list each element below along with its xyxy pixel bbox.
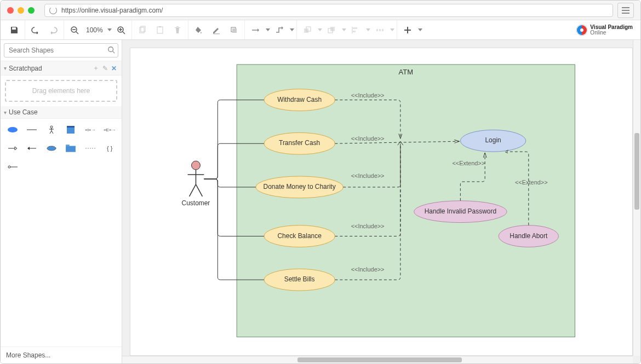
redo-button[interactable] bbox=[45, 22, 61, 38]
minimize-window-button[interactable] bbox=[18, 7, 24, 14]
usecase-invalid-password[interactable]: Handle Invalid Password bbox=[414, 201, 507, 223]
usecase-transfer[interactable]: Transfer Cash bbox=[264, 132, 335, 154]
waypoint-dropdown-icon[interactable] bbox=[290, 28, 294, 31]
shadow-button[interactable] bbox=[226, 22, 242, 38]
vp-logo[interactable]: Visual Paradigm Online bbox=[576, 24, 637, 36]
canvas[interactable]: ATM Customer Withdraw Cash bbox=[130, 48, 633, 356]
add-button[interactable] bbox=[399, 22, 416, 38]
svg-text:Withdraw Cash: Withdraw Cash bbox=[277, 96, 322, 103]
canvas-area: ATM Customer Withdraw Cash bbox=[122, 40, 640, 363]
shape-generalization[interactable] bbox=[25, 142, 40, 155]
vertical-scrollbar[interactable] bbox=[633, 40, 640, 356]
svg-rect-39 bbox=[67, 126, 75, 128]
more-shapes-button[interactable]: More Shapes... bbox=[1, 346, 122, 363]
svg-rect-11 bbox=[213, 33, 220, 34]
vp-logo-icon bbox=[576, 24, 588, 36]
shape-actor[interactable] bbox=[44, 123, 59, 136]
line-color-button[interactable] bbox=[208, 22, 225, 38]
shape-dependency[interactable] bbox=[5, 142, 20, 155]
usecase-abort[interactable]: Handle Abort bbox=[499, 226, 559, 247]
svg-rect-24 bbox=[382, 29, 384, 31]
shape-constraint[interactable]: { } bbox=[102, 142, 118, 155]
chevron-down-icon: ▾ bbox=[4, 109, 7, 115]
usecase-donate[interactable]: Donate Money to Charity bbox=[256, 176, 343, 198]
svg-rect-23 bbox=[379, 29, 381, 31]
extend-label-2: <<Extend>> bbox=[515, 179, 548, 186]
distribute-dropdown-icon[interactable] bbox=[390, 28, 394, 31]
shape-package[interactable] bbox=[64, 142, 79, 155]
usecase-login[interactable]: Login bbox=[460, 130, 525, 152]
front-dropdown-icon[interactable] bbox=[318, 28, 322, 31]
distribute-button[interactable] bbox=[371, 22, 388, 38]
svg-text:Settle Bills: Settle Bills bbox=[284, 275, 315, 283]
svg-text:Handle Abort: Handle Abort bbox=[510, 232, 548, 240]
connector-button[interactable] bbox=[247, 22, 264, 38]
maximize-window-button[interactable] bbox=[28, 7, 35, 14]
shape-system[interactable] bbox=[64, 123, 79, 136]
system-label[interactable]: ATM bbox=[399, 68, 413, 76]
include-label-1: <<Include>> bbox=[351, 92, 385, 99]
shape-collaboration[interactable] bbox=[44, 142, 59, 155]
include-label-5: <<Include>> bbox=[351, 266, 385, 273]
copy-button[interactable] bbox=[134, 22, 151, 38]
svg-rect-44 bbox=[66, 145, 70, 146]
logo-title: Visual Paradigm bbox=[590, 25, 633, 30]
shape-anchor[interactable] bbox=[5, 160, 20, 174]
delete-button[interactable] bbox=[169, 22, 186, 38]
include-label-3: <<Include>> bbox=[351, 172, 385, 179]
include-label-2: <<Include>> bbox=[351, 135, 385, 142]
align-button[interactable] bbox=[347, 22, 364, 38]
search-icon[interactable] bbox=[107, 46, 115, 55]
svg-point-48 bbox=[192, 161, 201, 170]
shape-include[interactable]: «I»→ bbox=[83, 123, 98, 136]
reload-icon[interactable] bbox=[49, 7, 57, 14]
connector-dropdown-icon[interactable] bbox=[266, 28, 270, 31]
shape-realization[interactable] bbox=[83, 142, 98, 155]
svg-rect-9 bbox=[157, 27, 163, 33]
scratchpad-edit-button[interactable]: ✎ bbox=[101, 65, 110, 72]
search-shapes-input[interactable] bbox=[4, 43, 118, 57]
svg-text:Check Balance: Check Balance bbox=[277, 232, 322, 240]
svg-point-28 bbox=[580, 28, 583, 32]
zoom-out-button[interactable] bbox=[66, 22, 83, 38]
svg-line-51 bbox=[190, 184, 196, 197]
scratchpad-close-button[interactable]: ✕ bbox=[110, 65, 118, 72]
svg-point-33 bbox=[50, 126, 53, 128]
actor-label: Customer bbox=[182, 199, 210, 207]
diagram-svg[interactable]: ATM Customer Withdraw Cash bbox=[130, 48, 632, 356]
url-bar[interactable]: https://online.visual-paradigm.com/ bbox=[44, 4, 613, 17]
add-dropdown-icon[interactable] bbox=[418, 28, 422, 31]
back-dropdown-icon[interactable] bbox=[342, 28, 346, 31]
undo-button[interactable] bbox=[27, 22, 44, 38]
fill-color-button[interactable] bbox=[191, 22, 207, 38]
horizontal-scrollbar[interactable] bbox=[122, 356, 633, 363]
svg-point-42 bbox=[47, 146, 56, 151]
scratchpad-drop-zone[interactable]: Drag elements here bbox=[5, 80, 117, 102]
zoom-dropdown-icon[interactable] bbox=[107, 28, 112, 31]
usecase-panel-header[interactable]: ▾ Use Case bbox=[1, 106, 122, 119]
svg-rect-20 bbox=[353, 27, 357, 29]
save-button[interactable] bbox=[6, 22, 22, 38]
usecase-settle[interactable]: Settle Bills bbox=[264, 269, 335, 291]
align-dropdown-icon[interactable] bbox=[366, 28, 370, 31]
usecase-check[interactable]: Check Balance bbox=[264, 226, 335, 247]
zoom-level[interactable]: 100% bbox=[84, 26, 105, 34]
svg-rect-22 bbox=[376, 29, 378, 31]
usecase-withdraw[interactable]: Withdraw Cash bbox=[264, 89, 335, 111]
svg-line-4 bbox=[123, 32, 125, 34]
waypoint-button[interactable] bbox=[271, 22, 288, 38]
paste-button[interactable] bbox=[152, 22, 168, 38]
svg-text:Login: Login bbox=[485, 136, 501, 144]
scratchpad-panel-header[interactable]: ▾ Scratchpad ＋ ✎ ✕ bbox=[1, 61, 122, 76]
zoom-in-button[interactable] bbox=[113, 22, 129, 38]
shape-usecase-ellipse[interactable] bbox=[5, 123, 20, 136]
shape-association[interactable] bbox=[25, 123, 40, 136]
to-front-button[interactable] bbox=[299, 22, 316, 38]
scratchpad-add-button[interactable]: ＋ bbox=[91, 63, 101, 73]
close-window-button[interactable] bbox=[7, 7, 14, 14]
menu-button[interactable] bbox=[617, 3, 634, 18]
to-back-button[interactable] bbox=[323, 22, 340, 38]
actor-customer[interactable]: Customer bbox=[182, 161, 210, 207]
shapes-palette: «I»→ «E»→ { } bbox=[1, 119, 122, 178]
shape-extend[interactable]: «E»→ bbox=[102, 123, 118, 136]
